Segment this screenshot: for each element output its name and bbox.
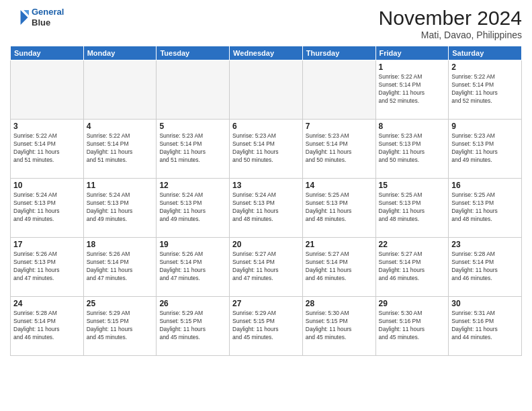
day-info: Sunrise: 5:24 AM Sunset: 5:13 PM Dayligh… xyxy=(87,191,154,224)
page: General Blue November 2024 Mati, Davao, … xyxy=(0,0,532,411)
calendar-cell: 22Sunrise: 5:27 AM Sunset: 5:14 PM Dayli… xyxy=(375,238,449,297)
calendar-cell: 30Sunrise: 5:31 AM Sunset: 5:16 PM Dayli… xyxy=(449,297,522,356)
day-info: Sunrise: 5:23 AM Sunset: 5:14 PM Dayligh… xyxy=(306,132,373,165)
day-info: Sunrise: 5:27 AM Sunset: 5:14 PM Dayligh… xyxy=(306,250,373,283)
calendar-cell: 29Sunrise: 5:30 AM Sunset: 5:16 PM Dayli… xyxy=(375,297,449,356)
calendar-cell: 28Sunrise: 5:30 AM Sunset: 5:15 PM Dayli… xyxy=(302,297,375,356)
day-info: Sunrise: 5:31 AM Sunset: 5:16 PM Dayligh… xyxy=(451,310,519,342)
day-number: 5 xyxy=(159,122,226,131)
day-info: Sunrise: 5:24 AM Sunset: 5:13 PM Dayligh… xyxy=(232,191,300,224)
calendar-cell: 16Sunrise: 5:25 AM Sunset: 5:13 PM Dayli… xyxy=(449,179,522,238)
day-info: Sunrise: 5:29 AM Sunset: 5:15 PM Dayligh… xyxy=(159,310,226,342)
calendar-cell xyxy=(11,60,84,120)
calendar-cell: 13Sunrise: 5:24 AM Sunset: 5:13 PM Dayli… xyxy=(230,179,303,238)
week-row-2: 3Sunrise: 5:22 AM Sunset: 5:14 PM Daylig… xyxy=(11,120,522,179)
calendar-cell: 23Sunrise: 5:28 AM Sunset: 5:14 PM Dayli… xyxy=(449,238,522,297)
day-number: 25 xyxy=(87,299,154,308)
calendar-cell: 6Sunrise: 5:23 AM Sunset: 5:14 PM Daylig… xyxy=(230,120,303,179)
day-number: 18 xyxy=(87,240,154,249)
calendar-cell: 5Sunrise: 5:23 AM Sunset: 5:14 PM Daylig… xyxy=(157,120,230,179)
day-info: Sunrise: 5:29 AM Sunset: 5:15 PM Dayligh… xyxy=(87,310,154,342)
day-number: 19 xyxy=(159,240,226,249)
calendar-cell: 17Sunrise: 5:26 AM Sunset: 5:13 PM Dayli… xyxy=(11,238,84,297)
day-info: Sunrise: 5:23 AM Sunset: 5:13 PM Dayligh… xyxy=(451,132,519,165)
calendar-cell xyxy=(83,60,157,120)
day-number: 10 xyxy=(13,181,81,190)
day-number: 23 xyxy=(451,240,519,249)
day-number: 29 xyxy=(379,299,446,308)
calendar-cell: 15Sunrise: 5:25 AM Sunset: 5:13 PM Dayli… xyxy=(375,179,449,238)
day-number: 24 xyxy=(13,299,81,308)
day-number: 1 xyxy=(379,62,446,72)
day-number: 2 xyxy=(451,62,519,72)
day-info: Sunrise: 5:25 AM Sunset: 5:13 PM Dayligh… xyxy=(306,191,373,224)
calendar-cell: 18Sunrise: 5:26 AM Sunset: 5:14 PM Dayli… xyxy=(83,238,157,297)
location: Mati, Davao, Philippines xyxy=(379,30,522,40)
day-number: 3 xyxy=(13,122,81,131)
day-number: 30 xyxy=(451,299,519,308)
calendar-cell xyxy=(302,60,375,120)
calendar-cell: 7Sunrise: 5:23 AM Sunset: 5:14 PM Daylig… xyxy=(302,120,375,179)
calendar-cell: 9Sunrise: 5:23 AM Sunset: 5:13 PM Daylig… xyxy=(449,120,522,179)
day-info: Sunrise: 5:27 AM Sunset: 5:14 PM Dayligh… xyxy=(379,250,446,283)
day-info: Sunrise: 5:23 AM Sunset: 5:14 PM Dayligh… xyxy=(232,132,300,165)
calendar-cell: 1Sunrise: 5:22 AM Sunset: 5:14 PM Daylig… xyxy=(375,60,449,120)
week-row-4: 17Sunrise: 5:26 AM Sunset: 5:13 PM Dayli… xyxy=(11,238,522,297)
day-number: 26 xyxy=(159,299,226,308)
day-number: 7 xyxy=(306,122,373,131)
day-info: Sunrise: 5:24 AM Sunset: 5:13 PM Dayligh… xyxy=(13,191,81,224)
weekday-header-friday: Friday xyxy=(375,46,449,60)
day-info: Sunrise: 5:30 AM Sunset: 5:16 PM Dayligh… xyxy=(379,310,446,342)
calendar-cell: 26Sunrise: 5:29 AM Sunset: 5:15 PM Dayli… xyxy=(157,297,230,356)
day-number: 17 xyxy=(13,240,81,249)
day-info: Sunrise: 5:26 AM Sunset: 5:13 PM Dayligh… xyxy=(13,250,81,283)
weekday-header-row: SundayMondayTuesdayWednesdayThursdayFrid… xyxy=(11,46,522,60)
month-title: November 2024 xyxy=(379,7,522,30)
weekday-header-thursday: Thursday xyxy=(302,46,375,60)
calendar-cell: 11Sunrise: 5:24 AM Sunset: 5:13 PM Dayli… xyxy=(83,179,157,238)
day-info: Sunrise: 5:25 AM Sunset: 5:13 PM Dayligh… xyxy=(451,191,519,224)
logo-icon xyxy=(10,8,29,27)
day-number: 16 xyxy=(451,181,519,190)
day-number: 4 xyxy=(87,122,154,131)
day-info: Sunrise: 5:23 AM Sunset: 5:14 PM Dayligh… xyxy=(159,132,226,165)
calendar-cell: 21Sunrise: 5:27 AM Sunset: 5:14 PM Dayli… xyxy=(302,238,375,297)
day-info: Sunrise: 5:27 AM Sunset: 5:14 PM Dayligh… xyxy=(232,250,300,283)
day-info: Sunrise: 5:26 AM Sunset: 5:14 PM Dayligh… xyxy=(159,250,226,283)
day-number: 12 xyxy=(159,181,226,190)
day-info: Sunrise: 5:25 AM Sunset: 5:13 PM Dayligh… xyxy=(379,191,446,224)
logo: General Blue xyxy=(10,7,64,28)
day-number: 22 xyxy=(379,240,446,249)
calendar: SundayMondayTuesdayWednesdayThursdayFrid… xyxy=(10,46,522,356)
day-info: Sunrise: 5:22 AM Sunset: 5:14 PM Dayligh… xyxy=(379,73,446,105)
day-number: 27 xyxy=(232,299,300,308)
day-number: 20 xyxy=(232,240,300,249)
weekday-header-tuesday: Tuesday xyxy=(157,46,230,60)
logo-text: General Blue xyxy=(32,7,64,28)
day-info: Sunrise: 5:22 AM Sunset: 5:14 PM Dayligh… xyxy=(13,132,81,165)
day-number: 14 xyxy=(306,181,373,190)
weekday-header-sunday: Sunday xyxy=(11,46,84,60)
day-info: Sunrise: 5:23 AM Sunset: 5:13 PM Dayligh… xyxy=(379,132,446,165)
calendar-cell: 8Sunrise: 5:23 AM Sunset: 5:13 PM Daylig… xyxy=(375,120,449,179)
calendar-cell xyxy=(157,60,230,120)
day-number: 21 xyxy=(306,240,373,249)
calendar-cell: 25Sunrise: 5:29 AM Sunset: 5:15 PM Dayli… xyxy=(83,297,157,356)
day-number: 28 xyxy=(306,299,373,308)
day-number: 6 xyxy=(232,122,300,131)
day-info: Sunrise: 5:28 AM Sunset: 5:14 PM Dayligh… xyxy=(13,310,81,342)
week-row-3: 10Sunrise: 5:24 AM Sunset: 5:13 PM Dayli… xyxy=(11,179,522,238)
day-info: Sunrise: 5:26 AM Sunset: 5:14 PM Dayligh… xyxy=(87,250,154,283)
day-info: Sunrise: 5:29 AM Sunset: 5:15 PM Dayligh… xyxy=(232,310,300,342)
day-info: Sunrise: 5:28 AM Sunset: 5:14 PM Dayligh… xyxy=(451,250,519,283)
weekday-header-saturday: Saturday xyxy=(449,46,522,60)
header: General Blue November 2024 Mati, Davao, … xyxy=(10,7,522,40)
calendar-cell: 27Sunrise: 5:29 AM Sunset: 5:15 PM Dayli… xyxy=(230,297,303,356)
calendar-cell: 12Sunrise: 5:24 AM Sunset: 5:13 PM Dayli… xyxy=(157,179,230,238)
day-number: 15 xyxy=(379,181,446,190)
day-number: 8 xyxy=(379,122,446,131)
day-info: Sunrise: 5:22 AM Sunset: 5:14 PM Dayligh… xyxy=(451,73,519,105)
day-info: Sunrise: 5:22 AM Sunset: 5:14 PM Dayligh… xyxy=(87,132,154,165)
day-number: 11 xyxy=(87,181,154,190)
calendar-cell: 14Sunrise: 5:25 AM Sunset: 5:13 PM Dayli… xyxy=(302,179,375,238)
